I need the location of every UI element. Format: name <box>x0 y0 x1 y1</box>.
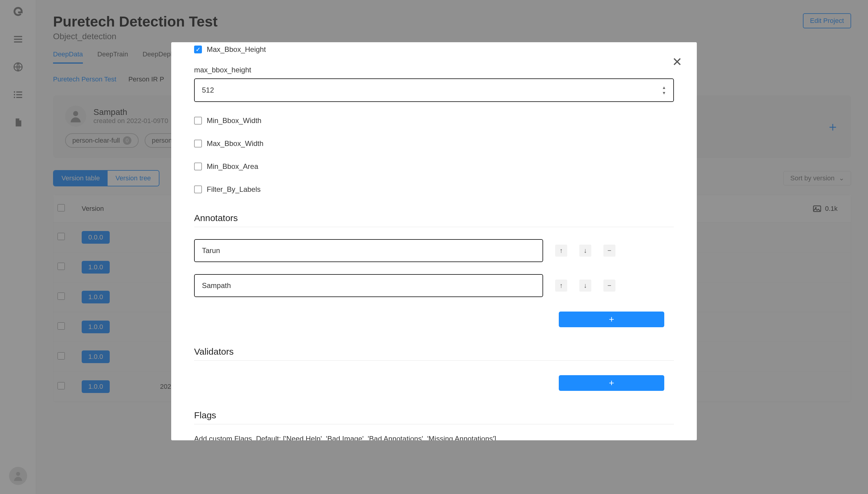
annotator-row: Sampath ↑ ↓ − <box>194 274 674 297</box>
checkbox-row[interactable]: Filter_By_Labels <box>194 185 674 194</box>
checkbox[interactable] <box>194 117 202 125</box>
checkbox[interactable]: ✓ <box>194 45 202 53</box>
remove-button[interactable]: − <box>604 245 615 256</box>
checkbox-row[interactable]: Max_Bbox_Width <box>194 139 674 148</box>
remove-button[interactable]: − <box>604 280 615 292</box>
checkbox-row[interactable]: Min_Bbox_Width <box>194 116 674 125</box>
section-flags: Flags <box>194 410 674 424</box>
number-stepper[interactable]: ▲▼ <box>662 85 666 95</box>
checkbox-label: Min_Bbox_Area <box>207 162 258 171</box>
checkbox[interactable] <box>194 186 202 193</box>
checkbox-label: Max_Bbox_Height <box>207 45 266 54</box>
annotator-input[interactable]: Tarun <box>194 239 543 262</box>
input-value: 512 <box>202 86 214 94</box>
settings-modal: ✕ ✓ Max_Bbox_Height max_bbox_height 512 … <box>171 42 697 440</box>
close-icon[interactable]: ✕ <box>672 55 682 69</box>
section-validators: Validators <box>194 346 674 361</box>
checkbox-row[interactable]: Min_Bbox_Area <box>194 162 674 171</box>
max-bbox-height-input[interactable]: 512 ▲▼ <box>194 78 674 102</box>
checkbox-label: Min_Bbox_Width <box>207 116 261 125</box>
flags-description: Add custom Flags. Default: ['Need Help',… <box>194 435 674 440</box>
checkbox-label: Max_Bbox_Width <box>207 139 263 148</box>
checkbox[interactable] <box>194 140 202 148</box>
add-annotator-button[interactable]: + <box>559 311 664 327</box>
section-annotators: Annotators <box>194 213 674 227</box>
move-up-button[interactable]: ↑ <box>555 245 567 256</box>
checkbox[interactable] <box>194 163 202 170</box>
checkbox-label: Filter_By_Labels <box>207 185 261 194</box>
move-up-button[interactable]: ↑ <box>555 280 567 292</box>
annotator-input[interactable]: Sampath <box>194 274 543 297</box>
checkbox-row[interactable]: ✓ Max_Bbox_Height <box>194 45 674 54</box>
add-validator-button[interactable]: + <box>559 375 664 391</box>
field-label: max_bbox_height <box>194 66 674 74</box>
move-down-button[interactable]: ↓ <box>579 280 591 292</box>
annotator-row: Tarun ↑ ↓ − <box>194 239 674 262</box>
move-down-button[interactable]: ↓ <box>579 245 591 256</box>
modal-overlay: ✕ ✓ Max_Bbox_Height max_bbox_height 512 … <box>0 0 868 494</box>
